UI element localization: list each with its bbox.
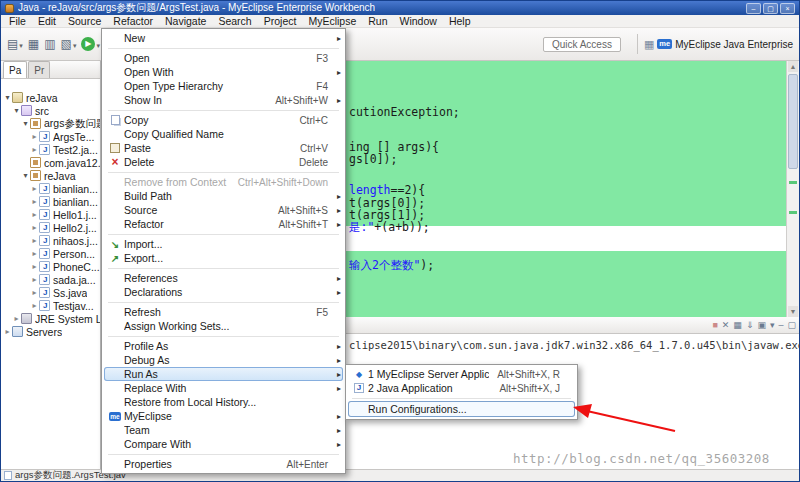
menubar-item[interactable]: Window — [394, 15, 443, 28]
expand-arrow-icon[interactable] — [30, 275, 39, 284]
context-menu-item[interactable]: Open F3 — [104, 51, 343, 65]
expand-arrow-icon[interactable] — [30, 223, 39, 232]
expand-arrow-icon[interactable] — [30, 236, 39, 245]
new-wizard-icon[interactable]: ▤ — [5, 33, 25, 55]
clear-console-icon[interactable]: ▦ — [733, 319, 742, 332]
context-menu-item[interactable]: Copy Ctrl+C — [104, 113, 343, 127]
expand-arrow-icon[interactable] — [30, 262, 39, 271]
context-menu-item[interactable]: Paste Ctrl+V — [104, 141, 343, 155]
tree-item[interactable]: args参数问题 — [1, 117, 100, 130]
tab-project-explorer[interactable]: Pr — [28, 61, 50, 78]
menubar-item[interactable]: Run — [362, 15, 393, 28]
run-icon[interactable]: ▶ — [79, 33, 102, 55]
menubar-item[interactable]: Navigate — [159, 15, 212, 28]
menubar-item[interactable]: Help — [443, 15, 477, 28]
tree-item[interactable]: reJava — [1, 169, 100, 182]
tree-item[interactable]: ArgsTe... — [1, 130, 100, 143]
context-menu-item[interactable]: Remove from Context Ctrl+Alt+Shift+Down — [104, 175, 343, 189]
menubar-item[interactable]: Refactor — [107, 15, 159, 28]
tree-item[interactable]: Hello2.j... — [1, 221, 100, 234]
context-menu-item[interactable]: References — [104, 271, 343, 285]
context-menu-item[interactable]: Restore from Local History... — [104, 395, 343, 409]
context-menu-item[interactable]: Assign Working Sets... — [104, 319, 343, 333]
expand-arrow-icon[interactable] — [21, 171, 30, 180]
tree-item[interactable]: bianlian... — [1, 182, 100, 195]
deploy-icon[interactable]: ▧ — [59, 33, 79, 55]
expand-arrow-icon[interactable] — [30, 210, 39, 219]
remove-launch-icon[interactable]: ✕ — [722, 319, 730, 332]
expand-arrow-icon[interactable] — [30, 184, 39, 193]
context-menu-item[interactable]: Delete Delete — [104, 155, 343, 169]
context-menu-item[interactable]: Source Alt+Shift+S — [104, 203, 343, 217]
expand-arrow-icon[interactable] — [3, 93, 12, 102]
terminate-icon[interactable]: ■ — [712, 319, 717, 332]
menubar-item[interactable]: Project — [258, 15, 303, 28]
submenu-item[interactable]: 1 MyEclipse Server Application Alt+Shift… — [348, 367, 575, 381]
submenu-item[interactable]: 2 Java Application Alt+Shift+X, J — [348, 381, 575, 395]
tree-item[interactable]: nihaos.j... — [1, 234, 100, 247]
tree-item[interactable]: Servers — [1, 325, 100, 338]
context-menu-item[interactable]: Profile As — [104, 339, 343, 353]
context-menu-item[interactable]: Replace With — [104, 381, 343, 395]
expand-arrow-icon[interactable] — [12, 314, 21, 323]
minimize-button[interactable]: – — [746, 3, 761, 14]
expand-arrow-icon[interactable] — [30, 197, 39, 206]
expand-arrow-icon[interactable] — [30, 132, 39, 141]
tree-item[interactable]: Hello1.j... — [1, 208, 100, 221]
menubar-item[interactable]: Edit — [32, 15, 62, 28]
context-menu-item[interactable]: Declarations — [104, 285, 343, 299]
expand-arrow-icon[interactable] — [12, 106, 21, 115]
tree-item[interactable]: PhoneC... — [1, 260, 100, 273]
context-menu-item[interactable]: Export... — [104, 251, 343, 265]
context-menu-item[interactable]: Show In Alt+Shift+W — [104, 93, 343, 107]
context-menu-item[interactable]: Open Type Hierarchy F4 — [104, 79, 343, 93]
tree-item[interactable]: Test2.ja... — [1, 143, 100, 156]
context-menu-item[interactable]: Open With — [104, 65, 343, 79]
tree-item[interactable]: bianlian... — [1, 195, 100, 208]
context-menu-item[interactable]: Build Path — [104, 189, 343, 203]
expand-arrow-icon[interactable] — [30, 145, 39, 154]
menubar-item[interactable]: File — [3, 15, 32, 28]
pin-console-icon[interactable]: ▣ — [757, 319, 766, 332]
tree-item[interactable]: JRE System Li... — [1, 312, 100, 325]
menubar-item[interactable]: Source — [62, 15, 107, 28]
minimize-view-icon[interactable]: – — [778, 319, 783, 332]
expand-arrow-icon[interactable] — [3, 327, 12, 336]
scroll-up-icon[interactable]: ▲ — [788, 61, 798, 72]
context-menu-item[interactable]: Refactor Alt+Shift+T — [104, 217, 343, 231]
close-button[interactable]: × — [780, 3, 795, 14]
expand-arrow-icon[interactable] — [30, 249, 39, 258]
tree-item[interactable]: src — [1, 104, 100, 117]
context-menu-item[interactable]: Properties Alt+Enter — [104, 457, 343, 471]
tree-item[interactable]: com.java12... — [1, 156, 100, 169]
tab-package-explorer[interactable]: Pa — [3, 61, 27, 78]
expand-arrow-icon[interactable] — [21, 119, 30, 128]
context-menu-item[interactable]: Import... — [104, 237, 343, 251]
maximize-view-icon[interactable]: ▢ — [787, 319, 796, 332]
scroll-down-icon[interactable]: ▼ — [788, 306, 798, 317]
context-menu-item[interactable]: Team — [104, 423, 343, 437]
expand-arrow-icon[interactable] — [30, 301, 39, 310]
tree-item[interactable]: Ss.java — [1, 286, 100, 299]
perspective-switcher[interactable]: ▦ me MyEclipse Java Enterprise — [644, 38, 795, 51]
maximize-button[interactable]: ▢ — [763, 3, 778, 14]
tree-item[interactable]: sada.ja... — [1, 273, 100, 286]
context-menu-item[interactable]: New — [104, 31, 343, 45]
tree-item[interactable]: Testjav... — [1, 299, 100, 312]
context-menu-item[interactable]: Copy Qualified Name — [104, 127, 343, 141]
menubar-item[interactable]: Search — [212, 15, 257, 28]
context-menu-item[interactable]: MyEclipse — [104, 409, 343, 423]
scrollbar-thumb[interactable] — [788, 74, 798, 169]
context-menu-item[interactable]: Refresh F5 — [104, 305, 343, 319]
save-icon[interactable]: ▦ — [26, 33, 41, 55]
display-console-icon[interactable]: ▾ — [770, 319, 775, 332]
menubar-item[interactable]: MyEclipse — [302, 15, 362, 28]
context-menu-item[interactable]: Run As — [104, 367, 343, 381]
tree-item[interactable]: Person... — [1, 247, 100, 260]
tree-item[interactable]: reJava — [1, 91, 100, 104]
submenu-item[interactable]: Run Configurations... — [348, 401, 575, 417]
print-icon[interactable]: ▥ — [42, 33, 57, 55]
scroll-lock-icon[interactable]: ⇓ — [746, 319, 754, 332]
expand-arrow-icon[interactable] — [30, 288, 39, 297]
editor-scrollbar[interactable]: ▲ ▼ — [786, 61, 799, 317]
